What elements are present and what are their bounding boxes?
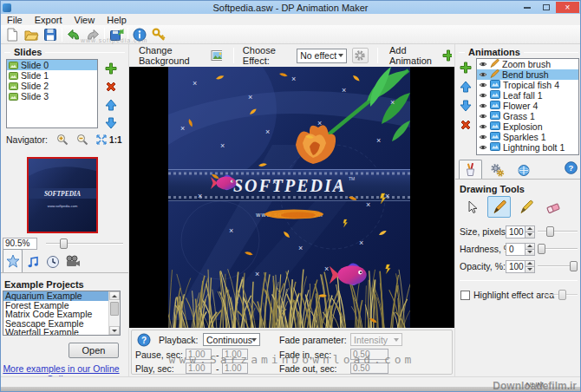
eraser-tool-button[interactable] <box>541 196 565 218</box>
new-project-button[interactable] <box>3 26 22 43</box>
animation-item[interactable]: Tropical fish 4 <box>477 80 578 90</box>
scroll-up-button[interactable] <box>109 291 120 300</box>
tab-music[interactable] <box>23 252 42 272</box>
add-slide-button[interactable] <box>103 61 118 75</box>
eye-icon[interactable] <box>479 144 487 151</box>
opacity-slider-handle[interactable] <box>570 261 578 271</box>
slide-item[interactable]: Slide 3 <box>7 91 97 101</box>
eye-icon[interactable] <box>479 134 487 140</box>
tab-timing[interactable] <box>42 252 62 272</box>
eye-icon[interactable] <box>479 102 487 109</box>
eye-icon[interactable] <box>479 82 487 88</box>
opacity-down-button[interactable] <box>525 267 535 273</box>
animation-item[interactable]: Sparkles 1 <box>477 132 578 142</box>
examples-scrollbar[interactable] <box>108 291 120 335</box>
eye-icon[interactable] <box>479 71 487 78</box>
opacity-up-button[interactable] <box>525 260 535 267</box>
pause-from-field[interactable]: 1.00 <box>186 349 212 360</box>
pencil-tool-button[interactable] <box>514 196 538 218</box>
effect-settings-button[interactable] <box>352 48 369 63</box>
open-example-button[interactable]: Open <box>69 343 119 358</box>
eye-icon[interactable] <box>479 92 487 99</box>
move-animation-down-button[interactable] <box>458 98 473 113</box>
close-button[interactable]: × <box>556 2 579 13</box>
opacity-spinner[interactable]: 100 <box>506 260 535 273</box>
menu-item[interactable]: Help <box>101 15 133 25</box>
slide-item[interactable]: Slide 1 <box>7 70 97 81</box>
animation-item[interactable]: Bend brush <box>477 69 578 80</box>
zoom-in-button[interactable] <box>55 134 70 147</box>
maximize-button[interactable] <box>537 2 555 13</box>
scrollbar-thumb[interactable] <box>110 302 119 316</box>
navigator-thumbnail[interactable]: SOFTPEDIA www.softpedia.com <box>27 157 98 233</box>
hardness-value[interactable]: 0 <box>506 243 525 256</box>
eye-icon[interactable] <box>479 113 487 120</box>
select-tool-button[interactable] <box>460 196 484 218</box>
delete-animation-button[interactable] <box>458 117 473 132</box>
size-spinner[interactable]: 100 <box>506 225 535 238</box>
example-item[interactable]: Aquarium Example <box>3 291 108 301</box>
animation-item[interactable]: Zoom brush <box>477 59 578 69</box>
play-to-field[interactable]: 1.00 <box>222 363 248 374</box>
add-animation-item-button[interactable] <box>458 60 473 75</box>
menu-item[interactable]: View <box>69 15 101 25</box>
animation-item[interactable]: Flower 4 <box>477 101 578 111</box>
eye-icon[interactable] <box>479 123 487 130</box>
hardness-down-button[interactable] <box>525 250 535 256</box>
zoom-slider-handle[interactable] <box>60 238 68 249</box>
animation-item[interactable]: Leaf fall 1 <box>477 90 578 101</box>
hardness-slider-handle[interactable] <box>538 244 545 254</box>
fade-out-field[interactable]: 0.50 <box>350 363 388 374</box>
fade-parameter-select[interactable]: Intensity <box>350 333 402 346</box>
tab-brushes[interactable] <box>459 160 482 179</box>
actual-size-button[interactable]: 1:1 <box>109 135 121 145</box>
zoom-out-button[interactable] <box>75 134 89 147</box>
change-background-button[interactable]: Change Background <box>136 43 225 68</box>
tab-settings[interactable] <box>486 162 509 179</box>
effect-select[interactable]: No effect <box>297 49 347 63</box>
delete-slide-button[interactable] <box>103 79 118 94</box>
highlight-slider[interactable] <box>543 289 578 301</box>
zoom-slider[interactable] <box>46 238 123 250</box>
animation-item[interactable]: Grass 1 <box>477 111 578 121</box>
brush-tool-button[interactable] <box>487 196 511 218</box>
hardness-slider[interactable] <box>538 243 578 255</box>
example-item[interactable]: Matrix Code Example <box>3 310 108 319</box>
playback-mode-select[interactable]: Continuous <box>203 333 260 346</box>
opacity-value[interactable]: 100 <box>506 260 525 273</box>
minimize-button[interactable] <box>518 2 536 13</box>
slide-item[interactable]: Slide 0 <box>7 60 97 70</box>
menu-item[interactable]: Export <box>29 15 69 25</box>
register-button[interactable] <box>149 26 168 43</box>
fit-view-button[interactable] <box>95 134 109 147</box>
scroll-down-button[interactable] <box>109 326 120 335</box>
save-button[interactable] <box>41 26 60 43</box>
add-animation-button[interactable]: Add Animation <box>387 43 454 68</box>
move-slide-down-button[interactable] <box>103 115 118 130</box>
animation-item[interactable]: Explosion <box>477 121 578 132</box>
size-slider[interactable] <box>538 225 578 238</box>
fade-in-field[interactable]: 0.50 <box>350 349 388 360</box>
move-slide-up-button[interactable] <box>103 97 118 112</box>
animation-item[interactable]: Lightning bolt 1 <box>477 142 578 153</box>
size-down-button[interactable] <box>525 232 535 238</box>
slide-item[interactable]: Slide 2 <box>7 81 97 91</box>
play-from-field[interactable]: 1.00 <box>186 363 212 374</box>
tools-help-button[interactable]: ? <box>565 161 578 176</box>
size-value[interactable]: 100 <box>506 225 525 238</box>
highlight-slider-handle[interactable] <box>558 290 566 300</box>
size-slider-handle[interactable] <box>546 226 554 237</box>
eye-icon[interactable] <box>479 61 487 68</box>
menu-item[interactable]: File <box>1 15 29 25</box>
animation-preview[interactable]: SOFTPEDIA TM www.softpedia.com <box>129 67 454 328</box>
tab-transform[interactable] <box>512 162 536 179</box>
tab-video[interactable] <box>62 252 82 272</box>
hardness-spinner[interactable]: 0 <box>506 243 535 256</box>
opacity-slider[interactable] <box>538 260 578 272</box>
hardness-up-button[interactable] <box>525 243 535 250</box>
zoom-percent-field[interactable]: 90.5% <box>3 238 37 250</box>
tab-projects[interactable] <box>3 249 23 272</box>
example-item[interactable]: Waterfall Example <box>3 328 108 335</box>
highlight-checkbox[interactable] <box>460 291 470 300</box>
pause-to-field[interactable]: 1.00 <box>222 349 248 360</box>
